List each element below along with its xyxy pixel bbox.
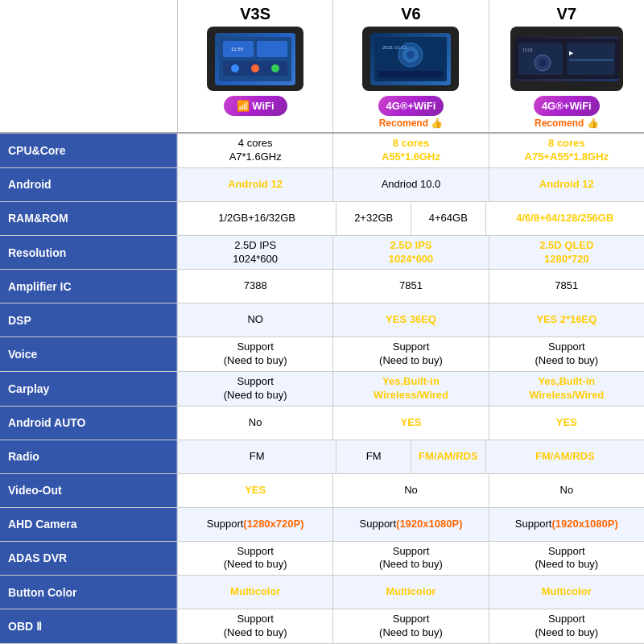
v7-screen-svg: 15:03 ▶: [514, 39, 619, 79]
cell-res-v6: 2.5D IPS1024*600: [332, 236, 488, 270]
v3s-device-image: 11:55: [207, 27, 303, 91]
v6-4g-badge: 4G®+WiFi: [378, 96, 444, 116]
cell-android-v3s: Android 12: [177, 168, 332, 201]
label-voice: Voice: [0, 337, 177, 371]
v3s-wifi-badge: 📶 WiFi: [224, 96, 287, 116]
row-ahd: AHD Camera Support(1280x720P) Support(19…: [0, 508, 644, 542]
v7-4g-badge: 4G®+WiFi: [534, 96, 600, 116]
cell-ram-v7: 4/6/8+64/128/256GB: [485, 202, 644, 235]
cell-amp-v6: 7851: [332, 270, 488, 303]
row-android: Android Android 12 Andriod 10.0 Android …: [0, 168, 644, 202]
svg-point-5: [251, 64, 259, 72]
cell-btn-v7: Multicolor: [489, 576, 644, 609]
row-android-auto: Android AUTO No YES YES: [0, 407, 644, 440]
cell-voice-v6: Support(Need to buy): [332, 337, 488, 371]
cell-video-v7: No: [489, 474, 644, 507]
table-body: CPU&Core 4 coresA7*1.6GHz 8 coresA55*1.6…: [0, 134, 644, 644]
cell-ahd-v7: Support(1920x1080P): [489, 508, 644, 541]
cell-cpu-v6: 8 coresA55*1.6GHz: [332, 134, 488, 167]
header-v3s: V3S 11:55 📶 WiFi: [177, 0, 332, 132]
cell-ram-v3s: 1/2GB+16/32GB: [177, 202, 336, 235]
v6-screen-svg: 2021-11-11: [374, 37, 447, 81]
cell-radio-v6a: FM: [336, 440, 411, 473]
header-row: V3S 11:55 📶 WiFi: [0, 0, 644, 134]
row-ram: RAM&ROM 1/2GB+16/32GB 2+32GB 4+64GB 4/6/…: [0, 202, 644, 236]
cell-obd-v3s: Support(Need to buy): [177, 609, 332, 643]
svg-text:15:03: 15:03: [522, 47, 533, 52]
header-v7: V7 15:03 ▶ 4G®+WiFi: [489, 0, 644, 132]
label-android-auto: Android AUTO: [0, 407, 177, 440]
label-android: Android: [0, 168, 177, 201]
row-amplifier: Amplifier IC 7388 7851 7851: [0, 270, 644, 303]
v3s-screen: 11:55: [215, 33, 295, 85]
row-adas: ADAS DVR Support(Need to buy) Support(Ne…: [0, 542, 644, 576]
row-resolution: Resolution 2.5D IPS1024*600 2.5D IPS1024…: [0, 236, 644, 270]
row-radio: Radio FM FM FM/AM/RDS FM/AM/RDS: [0, 440, 644, 474]
cell-btn-v3s: Multicolor: [177, 576, 332, 609]
cell-voice-v7: Support(Need to buy): [489, 337, 644, 371]
label-amplifier: Amplifier IC: [0, 270, 177, 303]
cell-video-v6: No: [332, 474, 488, 507]
v7-screen: 15:03 ▶: [514, 37, 619, 81]
cell-cpu-v3s: 4 coresA7*1.6GHz: [177, 134, 332, 167]
cell-auto-v3s: No: [177, 407, 332, 440]
svg-point-11: [407, 51, 415, 59]
svg-point-4: [231, 64, 239, 72]
v6-screen: 2021-11-11: [370, 33, 451, 85]
header-label-spacer: [0, 0, 177, 132]
row-carplay: Carplay Support(Need to buy) Yes,Built-i…: [0, 372, 644, 407]
row-obd: OBD Ⅱ Support(Need to buy) Support(Need …: [0, 609, 644, 644]
cell-dsp-v3s: NO: [177, 303, 332, 336]
cell-obd-v7: Support(Need to buy): [489, 609, 644, 643]
v6-title: V6: [401, 5, 420, 23]
svg-rect-2: [257, 41, 287, 57]
v7-device-image: 15:03 ▶: [510, 27, 623, 91]
cell-ram-v6-split: 2+32GB 4+64GB: [336, 202, 485, 235]
cell-voice-v3s: Support(Need to buy): [177, 337, 332, 371]
svg-text:11:55: 11:55: [231, 47, 244, 52]
row-button-color: Button Color Multicolor Multicolor Multi…: [0, 576, 644, 609]
svg-text:2021-11-11: 2021-11-11: [382, 45, 407, 50]
cell-cpu-v7: 8 coresA75+A55*1.8GHz: [489, 134, 644, 167]
cell-dsp-v6: YES 36EQ: [332, 303, 488, 336]
cell-auto-v6: YES: [332, 407, 488, 440]
cell-radio-v3s: FM: [177, 440, 336, 473]
label-button-color: Button Color: [0, 576, 177, 609]
row-voice: Voice Support(Need to buy) Support(Need …: [0, 337, 644, 372]
cell-auto-v7: YES: [489, 407, 644, 440]
cell-btn-v6: Multicolor: [332, 576, 488, 609]
label-adas: ADAS DVR: [0, 542, 177, 576]
label-cpu: CPU&Core: [0, 134, 177, 167]
cell-ram-v6a: 2+32GB: [336, 202, 411, 235]
label-carplay: Carplay: [0, 372, 177, 406]
v3s-title: V3S: [240, 5, 270, 23]
cell-ahd-v3s: Support(1280x720P): [177, 508, 332, 541]
cell-res-v3s: 2.5D IPS1024*600: [177, 236, 332, 270]
cell-dsp-v7: YES 2*16EQ: [489, 303, 644, 336]
row-video-out: Video-Out YES No No: [0, 474, 644, 508]
v3s-screen-svg: 11:55: [219, 37, 291, 81]
cell-carplay-v7: Yes,Built-inWireless/Wired: [489, 372, 644, 406]
cell-radio-v6-split: FM FM/AM/RDS: [336, 440, 485, 473]
cell-radio-v7: FM/AM/RDS: [485, 440, 644, 473]
cell-obd-v6: Support(Need to buy): [332, 609, 488, 643]
v6-device-image: 2021-11-11: [362, 27, 459, 91]
cell-android-v7: Android 12: [489, 168, 644, 201]
cell-radio-v6b: FM/AM/RDS: [411, 440, 485, 473]
label-dsp: DSP: [0, 303, 177, 336]
v7-recommend: Recomend 👍: [535, 118, 599, 129]
cell-res-v7: 2.5D QLED1280*720: [489, 236, 644, 270]
svg-point-6: [271, 64, 279, 72]
cell-adas-v6: Support(Need to buy): [332, 542, 488, 576]
v6-recommend: Recomend 👍: [379, 118, 444, 129]
cell-ram-v6b: 4+64GB: [411, 202, 485, 235]
label-ram: RAM&ROM: [0, 202, 177, 235]
label-video-out: Video-Out: [0, 474, 177, 507]
cell-android-v6: Andriod 10.0: [332, 168, 488, 201]
cell-carplay-v6: Yes,Built-inWireless/Wired: [332, 372, 488, 406]
v7-title: V7: [557, 5, 576, 23]
svg-rect-21: [569, 59, 613, 61]
header-v6: V6 2021-11-11 4G®+WiFi Recomend 👍: [332, 0, 488, 132]
cell-carplay-v3s: Support(Need to buy): [177, 372, 332, 406]
comparison-table: V3S 11:55 📶 WiFi: [0, 0, 644, 644]
